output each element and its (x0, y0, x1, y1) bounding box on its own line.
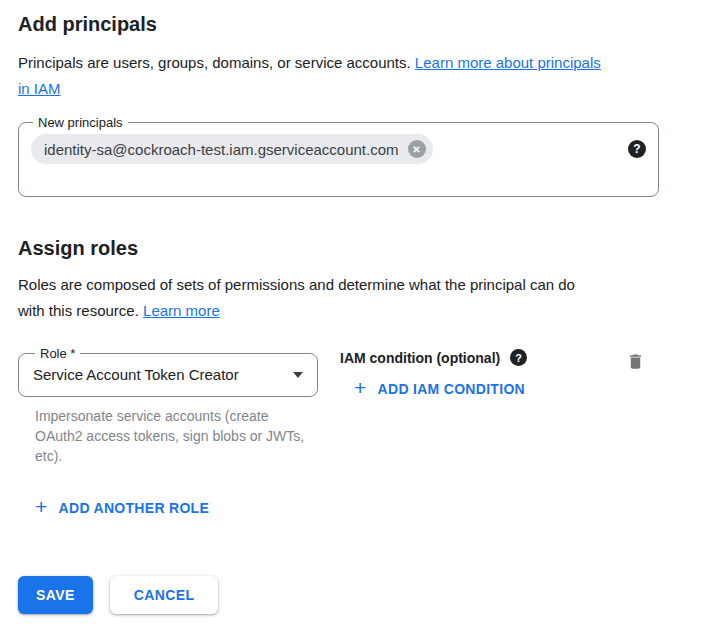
new-principals-field[interactable]: New principals identity-sa@cockroach-tes… (18, 115, 659, 197)
principals-description: Principals are users, groups, domains, o… (18, 50, 659, 102)
iam-condition-column: IAM condition (optional) ? + ADD IAM CON… (340, 346, 527, 400)
delete-role-button[interactable] (626, 351, 645, 372)
principal-chip[interactable]: identity-sa@cockroach-test.iam.gservicea… (31, 134, 433, 164)
page-title: Add principals (18, 13, 659, 36)
role-column: Role * Service Account Token Creator Imp… (18, 346, 318, 466)
role-helper-text: Impersonate service accounts (create OAu… (35, 406, 307, 466)
role-binding-row: Role * Service Account Token Creator Imp… (18, 346, 659, 466)
learn-more-roles-link[interactable]: Learn more (143, 302, 220, 319)
footer-actions: SAVE CANCEL (18, 576, 659, 614)
assign-roles-title: Assign roles (18, 237, 659, 260)
add-principals-panel: Add principals Principals are users, gro… (0, 0, 677, 614)
delete-role-column (626, 346, 645, 376)
plus-icon: + (35, 500, 48, 514)
role-select-label: Role * (35, 346, 80, 361)
principals-description-text: Principals are users, groups, domains, o… (18, 54, 411, 71)
roles-description-line1: Roles are composed of sets of permission… (18, 276, 575, 293)
cancel-button[interactable]: CANCEL (110, 576, 219, 614)
principals-help-icon[interactable]: ? (628, 140, 646, 158)
add-iam-condition-button[interactable]: + ADD IAM CONDITION (354, 381, 525, 397)
principal-chip-label: identity-sa@cockroach-test.iam.gservicea… (44, 141, 399, 158)
save-button[interactable]: SAVE (18, 576, 93, 614)
role-select-value: Service Account Token Creator (33, 366, 239, 383)
plus-icon: + (354, 381, 367, 395)
roles-description: Roles are composed of sets of permission… (18, 272, 659, 324)
roles-description-line2: with this resource. (18, 302, 139, 319)
iam-condition-label: IAM condition (optional) (340, 350, 500, 366)
dropdown-arrow-icon (293, 372, 303, 378)
role-select[interactable]: Role * Service Account Token Creator (18, 346, 318, 397)
add-another-role-button[interactable]: + ADD ANOTHER ROLE (35, 500, 209, 516)
new-principals-label: New principals (33, 115, 128, 130)
remove-principal-icon[interactable]: ✕ (408, 140, 426, 158)
iam-condition-help-icon[interactable]: ? (510, 349, 527, 366)
trash-icon (626, 351, 645, 372)
